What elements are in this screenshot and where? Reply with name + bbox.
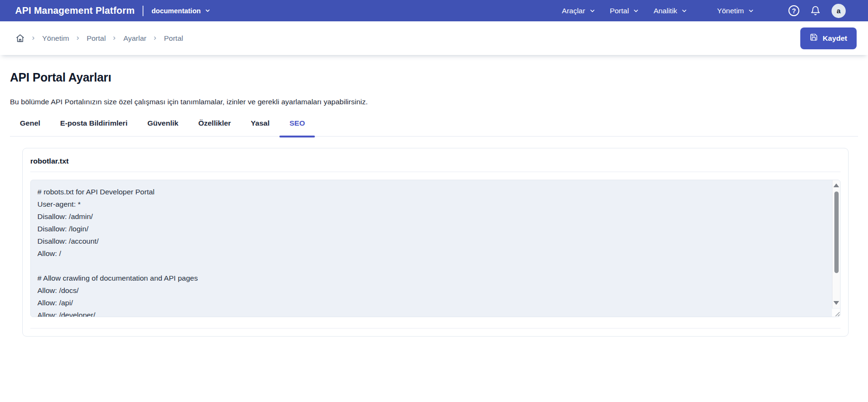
breadcrumb-bar: Yönetim Portal Ayarlar Portal Kaydet (0, 21, 868, 55)
breadcrumb-item-yonetim[interactable]: Yönetim (42, 34, 69, 43)
chevron-down-icon (589, 8, 596, 14)
portal-selector-dropdown[interactable]: documentation (152, 7, 211, 15)
robots-txt-editor-wrap: # robots.txt for API Developer Portal Us… (30, 180, 841, 317)
page-title: API Portal Ayarları (10, 71, 858, 84)
textarea-resize-handle-icon[interactable] (832, 309, 840, 317)
portal-selector-label: documentation (152, 7, 201, 15)
brand-title: API Management Platform (15, 5, 134, 16)
tab-genel[interactable]: Genel (10, 119, 50, 136)
robots-txt-card: robotlar.txt # robots.txt for API Develo… (22, 148, 849, 337)
menu-portal-label: Portal (610, 7, 629, 15)
tab-seo[interactable]: SEO (279, 119, 315, 136)
user-avatar[interactable]: a (832, 4, 846, 18)
help-glyph: ? (792, 7, 796, 15)
menu-yonetim-label: Yönetim (717, 7, 744, 15)
breadcrumb-item-portal[interactable]: Portal (87, 34, 106, 43)
chevron-right-icon (75, 34, 81, 43)
navbar-menu: Araçlar Portal Analitik Yönetim ? (562, 4, 846, 18)
scrollbar-thumb[interactable] (834, 192, 839, 273)
menu-portal[interactable]: Portal (610, 7, 640, 15)
breadcrumb: Yönetim Portal Ayarlar Portal (16, 34, 183, 43)
scrollbar-down-arrow-icon[interactable] (832, 300, 840, 306)
chevron-down-icon (633, 8, 639, 14)
brand-divider (143, 6, 143, 16)
chevron-right-icon (31, 34, 36, 43)
menu-analitik[interactable]: Analitik (653, 7, 688, 15)
menu-yonetim[interactable]: Yönetim (717, 7, 754, 15)
chevron-down-icon (681, 8, 688, 14)
settings-tab-bar: Genel E-posta Bildirimleri Güvenlik Özel… (10, 119, 858, 137)
save-icon (810, 33, 818, 43)
save-button-label: Kaydet (823, 34, 847, 43)
avatar-initial: a (837, 7, 841, 15)
chevron-right-icon (152, 34, 158, 43)
menu-araclar[interactable]: Araçlar (562, 7, 596, 15)
top-navbar: API Management Platform documentation Ar… (0, 0, 868, 21)
menu-araclar-label: Araçlar (562, 7, 585, 15)
page-subtitle: Bu bölümde API Portalınızın size özel ça… (10, 98, 858, 106)
navbar-icon-group: ? a (788, 4, 846, 18)
save-button[interactable]: Kaydet (800, 27, 857, 49)
notifications-bell-icon[interactable] (810, 6, 821, 16)
menu-analitik-label: Analitik (653, 7, 677, 15)
breadcrumb-item-ayarlar[interactable]: Ayarlar (123, 34, 146, 43)
tab-ozellikler[interactable]: Özellikler (188, 119, 241, 136)
scrollbar-up-arrow-icon[interactable] (832, 182, 840, 189)
textarea-scrollbar[interactable] (832, 180, 840, 308)
robots-txt-textarea[interactable]: # robots.txt for API Developer Portal Us… (30, 180, 841, 317)
breadcrumb-item-portal-current[interactable]: Portal (164, 34, 183, 43)
tab-eposta-bildirimleri[interactable]: E-posta Bildirimleri (50, 119, 137, 136)
chevron-right-icon (112, 34, 117, 43)
chevron-down-icon (205, 8, 211, 14)
chevron-down-icon (748, 8, 754, 14)
card-footer-divider (30, 328, 841, 329)
main-content: API Portal Ayarları Bu bölümde API Porta… (0, 55, 868, 337)
help-icon[interactable]: ? (788, 5, 799, 16)
tab-guvenlik[interactable]: Güvenlik (137, 119, 188, 136)
tab-yasal[interactable]: Yasal (241, 119, 280, 136)
home-icon[interactable] (16, 34, 25, 43)
robots-txt-heading: robotlar.txt (30, 156, 841, 172)
